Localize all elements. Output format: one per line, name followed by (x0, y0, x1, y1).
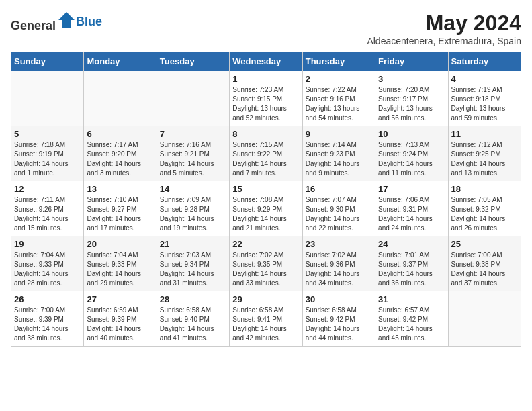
calendar-cell: 14Sunrise: 7:09 AM Sunset: 9:28 PM Dayli… (157, 181, 229, 236)
day-number: 26 (14, 294, 81, 304)
day-info: Sunrise: 7:08 AM Sunset: 9:29 PM Dayligh… (232, 195, 299, 233)
day-number: 28 (160, 294, 226, 304)
calendar-cell: 22Sunrise: 7:02 AM Sunset: 9:35 PM Dayli… (230, 236, 302, 291)
day-info: Sunrise: 7:17 AM Sunset: 9:20 PM Dayligh… (87, 140, 153, 178)
svg-marker-0 (58, 12, 75, 28)
calendar-cell: 27Sunrise: 6:59 AM Sunset: 9:39 PM Dayli… (84, 291, 157, 347)
column-header-saturday: Saturday (448, 52, 521, 71)
day-number: 2 (306, 74, 372, 84)
calendar-cell: 20Sunrise: 7:04 AM Sunset: 9:33 PM Dayli… (84, 236, 157, 291)
day-number: 8 (232, 129, 299, 139)
day-number: 31 (378, 294, 445, 304)
day-info: Sunrise: 7:11 AM Sunset: 9:26 PM Dayligh… (14, 195, 81, 233)
calendar-week-row: 19Sunrise: 7:04 AM Sunset: 9:33 PM Dayli… (11, 236, 521, 291)
logo-blue-text: Blue (76, 15, 102, 29)
calendar-cell (84, 71, 157, 126)
day-info: Sunrise: 7:18 AM Sunset: 9:19 PM Dayligh… (14, 140, 81, 178)
calendar-cell: 24Sunrise: 7:01 AM Sunset: 9:37 PM Dayli… (375, 236, 448, 291)
day-number: 22 (232, 239, 299, 249)
calendar-cell: 21Sunrise: 7:03 AM Sunset: 9:34 PM Dayli… (157, 236, 229, 291)
calendar-cell: 25Sunrise: 7:00 AM Sunset: 9:38 PM Dayli… (448, 236, 521, 291)
day-number: 12 (14, 184, 81, 194)
day-info: Sunrise: 6:58 AM Sunset: 9:41 PM Dayligh… (232, 306, 299, 343)
day-number: 4 (451, 74, 518, 84)
day-info: Sunrise: 7:12 AM Sunset: 9:25 PM Dayligh… (451, 140, 518, 178)
column-header-wednesday: Wednesday (230, 52, 302, 71)
day-info: Sunrise: 7:00 AM Sunset: 9:38 PM Dayligh… (451, 250, 518, 288)
day-number: 9 (306, 129, 372, 139)
title-area: May 2024 Aldeacentenera, Extremadura, Sp… (367, 11, 521, 46)
logo-icon (57, 11, 76, 30)
day-number: 16 (306, 184, 372, 194)
day-number: 25 (451, 239, 518, 249)
calendar-week-row: 1Sunrise: 7:23 AM Sunset: 9:15 PM Daylig… (11, 71, 521, 126)
day-info: Sunrise: 7:03 AM Sunset: 9:34 PM Dayligh… (160, 250, 226, 288)
column-header-monday: Monday (84, 52, 157, 71)
calendar-cell: 3Sunrise: 7:20 AM Sunset: 9:17 PM Daylig… (375, 71, 448, 126)
calendar-cell: 23Sunrise: 7:02 AM Sunset: 9:36 PM Dayli… (302, 236, 375, 291)
day-info: Sunrise: 7:09 AM Sunset: 9:28 PM Dayligh… (160, 195, 226, 233)
day-info: Sunrise: 7:00 AM Sunset: 9:39 PM Dayligh… (14, 306, 81, 343)
header: General Blue May 2024 Aldeacentenera, Ex… (11, 11, 521, 46)
location-subtitle: Aldeacentenera, Extremadura, Spain (367, 36, 521, 46)
month-year-title: May 2024 (367, 11, 521, 36)
calendar-week-row: 12Sunrise: 7:11 AM Sunset: 9:26 PM Dayli… (11, 181, 521, 236)
calendar-cell: 4Sunrise: 7:19 AM Sunset: 9:18 PM Daylig… (448, 71, 521, 126)
day-number: 17 (378, 184, 445, 194)
calendar-cell: 7Sunrise: 7:16 AM Sunset: 9:21 PM Daylig… (157, 126, 229, 181)
day-number: 18 (451, 184, 518, 194)
calendar-cell: 5Sunrise: 7:18 AM Sunset: 9:19 PM Daylig… (11, 126, 84, 181)
calendar-week-row: 5Sunrise: 7:18 AM Sunset: 9:19 PM Daylig… (11, 126, 521, 181)
day-number: 6 (87, 129, 153, 139)
day-info: Sunrise: 7:04 AM Sunset: 9:33 PM Dayligh… (87, 250, 153, 288)
day-info: Sunrise: 7:02 AM Sunset: 9:36 PM Dayligh… (306, 250, 372, 288)
calendar-cell: 9Sunrise: 7:14 AM Sunset: 9:23 PM Daylig… (302, 126, 375, 181)
calendar-cell: 16Sunrise: 7:07 AM Sunset: 9:30 PM Dayli… (302, 181, 375, 236)
day-info: Sunrise: 7:07 AM Sunset: 9:30 PM Dayligh… (306, 195, 372, 233)
calendar-cell (157, 71, 229, 126)
day-number: 7 (160, 129, 226, 139)
day-number: 24 (378, 239, 445, 249)
logo: General Blue (11, 11, 102, 33)
calendar-cell: 6Sunrise: 7:17 AM Sunset: 9:20 PM Daylig… (84, 126, 157, 181)
column-header-tuesday: Tuesday (157, 52, 229, 71)
day-info: Sunrise: 7:13 AM Sunset: 9:24 PM Dayligh… (378, 140, 445, 178)
day-info: Sunrise: 6:58 AM Sunset: 9:42 PM Dayligh… (306, 306, 372, 343)
day-info: Sunrise: 7:05 AM Sunset: 9:32 PM Dayligh… (451, 195, 518, 233)
calendar-cell: 19Sunrise: 7:04 AM Sunset: 9:33 PM Dayli… (11, 236, 84, 291)
day-number: 30 (306, 294, 372, 304)
calendar-table: SundayMondayTuesdayWednesdayThursdayFrid… (11, 52, 521, 347)
day-number: 5 (14, 129, 81, 139)
calendar-cell: 30Sunrise: 6:58 AM Sunset: 9:42 PM Dayli… (302, 291, 375, 347)
day-info: Sunrise: 7:16 AM Sunset: 9:21 PM Dayligh… (160, 140, 226, 178)
calendar-cell: 28Sunrise: 6:58 AM Sunset: 9:40 PM Dayli… (157, 291, 229, 347)
day-number: 11 (451, 129, 518, 139)
day-info: Sunrise: 6:59 AM Sunset: 9:39 PM Dayligh… (87, 306, 153, 343)
calendar-cell: 17Sunrise: 7:06 AM Sunset: 9:31 PM Dayli… (375, 181, 448, 236)
day-info: Sunrise: 7:15 AM Sunset: 9:22 PM Dayligh… (232, 140, 299, 178)
calendar-cell: 11Sunrise: 7:12 AM Sunset: 9:25 PM Dayli… (448, 126, 521, 181)
logo-general-text: General (11, 19, 56, 32)
day-number: 27 (87, 294, 153, 304)
calendar-week-row: 26Sunrise: 7:00 AM Sunset: 9:39 PM Dayli… (11, 291, 521, 347)
day-number: 19 (14, 239, 81, 249)
calendar-header-row: SundayMondayTuesdayWednesdayThursdayFrid… (11, 52, 521, 71)
calendar-cell: 13Sunrise: 7:10 AM Sunset: 9:27 PM Dayli… (84, 181, 157, 236)
day-info: Sunrise: 7:06 AM Sunset: 9:31 PM Dayligh… (378, 195, 445, 233)
calendar-cell: 31Sunrise: 6:57 AM Sunset: 9:42 PM Dayli… (375, 291, 448, 347)
day-info: Sunrise: 7:10 AM Sunset: 9:27 PM Dayligh… (87, 195, 153, 233)
calendar-cell: 2Sunrise: 7:22 AM Sunset: 9:16 PM Daylig… (302, 71, 375, 126)
column-header-thursday: Thursday (302, 52, 375, 71)
day-number: 15 (232, 184, 299, 194)
day-info: Sunrise: 7:01 AM Sunset: 9:37 PM Dayligh… (378, 250, 445, 288)
column-header-friday: Friday (375, 52, 448, 71)
day-info: Sunrise: 6:58 AM Sunset: 9:40 PM Dayligh… (160, 306, 226, 343)
calendar-cell: 12Sunrise: 7:11 AM Sunset: 9:26 PM Dayli… (11, 181, 84, 236)
day-number: 14 (160, 184, 226, 194)
calendar-cell: 29Sunrise: 6:58 AM Sunset: 9:41 PM Dayli… (230, 291, 302, 347)
day-info: Sunrise: 7:20 AM Sunset: 9:17 PM Dayligh… (378, 85, 445, 123)
day-number: 20 (87, 239, 153, 249)
calendar-cell: 1Sunrise: 7:23 AM Sunset: 9:15 PM Daylig… (230, 71, 302, 126)
calendar-cell: 15Sunrise: 7:08 AM Sunset: 9:29 PM Dayli… (230, 181, 302, 236)
day-info: Sunrise: 7:04 AM Sunset: 9:33 PM Dayligh… (14, 250, 81, 288)
